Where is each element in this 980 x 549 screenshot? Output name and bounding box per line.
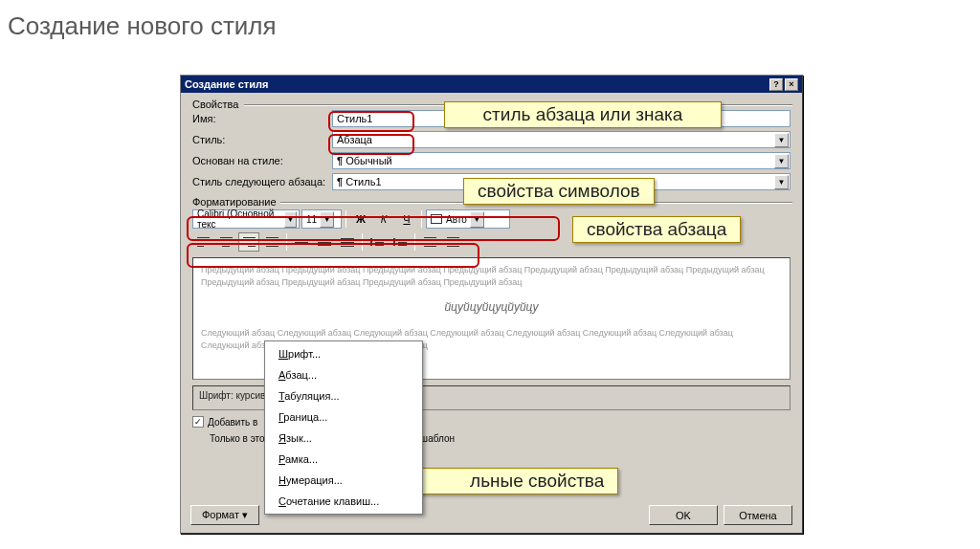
style-type-label: Стиль: bbox=[192, 134, 326, 145]
line-spacing-1-button[interactable] bbox=[291, 232, 312, 252]
indent-right-icon bbox=[447, 237, 459, 247]
font-color-combo[interactable]: Авто▼ bbox=[426, 209, 510, 229]
format-popup-menu: Шрифт... Абзац... Табуляция... Граница..… bbox=[264, 340, 423, 515]
chevron-down-icon: ▼ bbox=[774, 154, 789, 168]
chevron-down-icon: ▼ bbox=[320, 211, 334, 228]
help-button[interactable]: ? bbox=[769, 78, 783, 91]
paragraph-spacing-icon bbox=[371, 239, 384, 246]
space-before-dec-button[interactable] bbox=[390, 232, 411, 252]
align-left-button[interactable] bbox=[192, 232, 213, 252]
line-spacing-2-button[interactable] bbox=[337, 232, 358, 252]
menu-item-shortcut[interactable]: Сочетание клавиш... bbox=[265, 491, 422, 512]
menu-item-border[interactable]: Граница... bbox=[265, 406, 422, 428]
page-title: Создание нового стиля bbox=[8, 11, 277, 41]
font-size-combo[interactable]: 11▼ bbox=[301, 209, 342, 229]
menu-item-font[interactable]: Шрифт... bbox=[265, 343, 422, 364]
line-spacing-icon bbox=[341, 238, 354, 247]
chevron-down-icon: ▼ bbox=[284, 211, 297, 228]
titlebar: Создание стиля ? × bbox=[181, 76, 802, 93]
space-before-inc-button[interactable] bbox=[367, 232, 388, 252]
font-family-combo[interactable]: Calibri (Основной текс▼ bbox=[192, 209, 300, 229]
preview-prev-text: Предыдущий абзац Предыдущий абзац Предыд… bbox=[201, 264, 782, 288]
cancel-button[interactable]: Отмена bbox=[724, 505, 792, 525]
name-label: Имя: bbox=[192, 113, 326, 124]
align-right-button[interactable] bbox=[238, 232, 259, 252]
italic-button[interactable]: К bbox=[373, 209, 394, 229]
line-spacing-icon bbox=[295, 240, 308, 245]
line-spacing-15-button[interactable] bbox=[314, 232, 335, 252]
next-style-label: Стиль следующего абзаца: bbox=[192, 176, 326, 187]
bold-button[interactable]: Ж bbox=[350, 209, 371, 229]
menu-item-language[interactable]: Язык... bbox=[265, 428, 422, 449]
align-center-icon bbox=[220, 237, 233, 247]
add-to-template-checkbox[interactable]: ✓ bbox=[192, 416, 204, 428]
menu-item-frame[interactable]: Рамка... bbox=[265, 449, 422, 470]
dialog-title: Создание стиля bbox=[185, 78, 268, 90]
chevron-down-icon: ▼ bbox=[774, 133, 789, 147]
based-on-combo[interactable]: ¶Обычный▼ bbox=[332, 152, 791, 169]
close-button[interactable]: × bbox=[785, 78, 798, 91]
based-on-label: Основан на стиле: bbox=[192, 155, 326, 166]
line-spacing-icon bbox=[318, 239, 331, 246]
align-center-button[interactable] bbox=[215, 232, 236, 252]
align-justify-icon bbox=[266, 237, 278, 247]
align-left-icon bbox=[197, 237, 210, 247]
preview-sample-text: йцуйцуйцуцйуйцу bbox=[201, 299, 782, 316]
callout-para-props: свойства абзаца bbox=[572, 216, 741, 243]
callout-style-type: стиль абзаца или знака bbox=[444, 101, 722, 128]
style-type-combo[interactable]: Абзаца▼ bbox=[332, 131, 791, 148]
menu-item-paragraph[interactable]: Абзац... bbox=[265, 364, 422, 385]
underline-button[interactable]: Ч bbox=[396, 209, 417, 229]
callout-font-props: свойства символов bbox=[463, 178, 655, 205]
chevron-down-icon: ▼ bbox=[470, 211, 484, 228]
align-justify-button[interactable] bbox=[261, 232, 282, 252]
indent-inc-button[interactable] bbox=[442, 232, 463, 252]
indent-left-icon bbox=[424, 237, 436, 247]
align-right-icon bbox=[243, 237, 256, 247]
indent-dec-button[interactable] bbox=[419, 232, 440, 252]
ok-button[interactable]: OK bbox=[649, 505, 718, 525]
menu-item-tabs[interactable]: Табуляция... bbox=[265, 385, 422, 406]
add-to-template-label: Добавить в bbox=[208, 417, 257, 428]
paragraph-spacing-icon bbox=[394, 239, 407, 246]
format-button[interactable]: Формат ▾ bbox=[190, 505, 259, 525]
chevron-down-icon: ▼ bbox=[774, 175, 789, 189]
menu-item-numbering[interactable]: Нумерация... bbox=[265, 470, 422, 491]
